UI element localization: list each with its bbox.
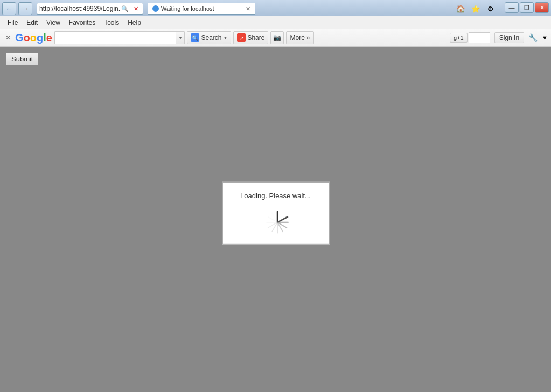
- more-chevron-icon: »: [306, 34, 310, 41]
- window-controls: 🏠 ⭐ ⚙ — ❐ ✕: [454, 2, 549, 15]
- tab-favicon: [152, 5, 159, 12]
- sign-in-button[interactable]: Sign In: [494, 32, 524, 43]
- menu-view[interactable]: View: [43, 18, 64, 27]
- more-button[interactable]: More »: [286, 31, 313, 44]
- gplus-input[interactable]: [469, 32, 490, 43]
- search-button[interactable]: 🔍 Search ▼: [187, 31, 231, 44]
- more-label: More: [290, 34, 304, 41]
- loading-spinner: [261, 206, 290, 235]
- toolbar-options-arrow[interactable]: ▼: [542, 34, 548, 41]
- close-button[interactable]: ✕: [535, 2, 549, 13]
- google-search-box: ▼: [54, 31, 185, 44]
- search-icon: 🔍: [191, 33, 199, 42]
- back-button[interactable]: ←: [2, 2, 16, 15]
- loading-dialog: Loading. Please wait...: [222, 182, 330, 245]
- search-address-button[interactable]: 🔍: [120, 4, 130, 13]
- tab-title: Waiting for localhost: [161, 5, 214, 12]
- google-logo: Google: [15, 32, 52, 44]
- menu-tools[interactable]: Tools: [101, 18, 122, 27]
- google-search-input[interactable]: [55, 34, 176, 42]
- search-dropdown-arrow[interactable]: ▼: [176, 32, 184, 44]
- url-input[interactable]: [39, 5, 120, 12]
- toolbar-close-icon[interactable]: ✕: [3, 33, 13, 43]
- page-content: Submit Loading. Please wait...: [0, 47, 551, 392]
- screenshot-button[interactable]: 📷: [270, 31, 284, 44]
- menu-edit[interactable]: Edit: [23, 18, 41, 27]
- maximize-button[interactable]: ❐: [520, 2, 534, 13]
- forward-button[interactable]: →: [18, 2, 32, 15]
- share-button[interactable]: ↗ Share: [233, 31, 268, 44]
- wrench-icon[interactable]: 🔧: [526, 32, 540, 43]
- gplus-area: g+1: [450, 32, 490, 43]
- minimize-button[interactable]: —: [505, 2, 519, 13]
- svg-line-2: [277, 217, 287, 222]
- favorites-button[interactable]: ⭐: [469, 2, 483, 15]
- title-bar: ← → 🔍 ✕ Waiting for localhost ✕ 🏠 ⭐: [0, 0, 551, 16]
- tab-close-button[interactable]: ✕: [246, 5, 250, 12]
- menu-file[interactable]: File: [4, 18, 21, 27]
- submit-button[interactable]: Submit: [5, 53, 39, 65]
- address-bar: 🔍 ✕: [37, 3, 143, 15]
- loading-text: Loading. Please wait...: [240, 192, 311, 200]
- menu-favorites[interactable]: Favorites: [66, 18, 99, 27]
- menu-help[interactable]: Help: [124, 18, 144, 27]
- search-label: Search: [201, 34, 221, 41]
- share-icon: ↗: [237, 33, 246, 42]
- close-address-button[interactable]: ✕: [131, 4, 141, 13]
- menu-bar: File Edit View Favorites Tools Help: [0, 16, 551, 29]
- search-dropdown-icon: ▼: [224, 36, 228, 40]
- share-label: Share: [247, 34, 264, 41]
- google-toolbar: ✕ Google ▼ 🔍 Search ▼ ↗ Share 📷 More »: [0, 29, 551, 47]
- settings-button[interactable]: ⚙: [484, 2, 498, 15]
- home-button[interactable]: 🏠: [454, 2, 468, 15]
- gplus-button[interactable]: g+1: [450, 33, 468, 43]
